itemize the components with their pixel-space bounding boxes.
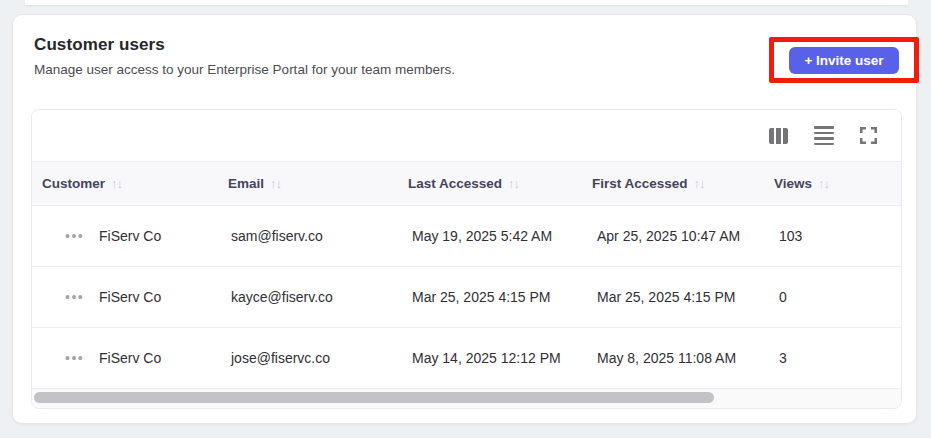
row-menu-icon[interactable]: ••• [65, 267, 84, 327]
cell-customer: FiServ Co [99, 267, 161, 327]
sort-icon[interactable]: ↑↓ [111, 176, 122, 191]
row-menu-icon[interactable]: ••• [65, 206, 84, 266]
column-header-views[interactable]: Views↑↓ [774, 162, 829, 205]
cell-views: 3 [779, 328, 787, 388]
cell-last-accessed: May 19, 2025 5:42 AM [412, 206, 552, 266]
cell-email: sam@fiserv.co [231, 206, 323, 266]
table-body: ••• FiServ Co sam@fiserv.co May 19, 2025… [32, 206, 901, 389]
sort-icon[interactable]: ↑↓ [508, 176, 519, 191]
invite-user-button[interactable]: + Invite user [789, 47, 898, 74]
density-icon-glyph [814, 126, 834, 145]
column-header-customer[interactable]: Customer↑↓ [42, 162, 122, 205]
cell-email: jose@fiservc.co [231, 328, 330, 388]
cell-customer: FiServ Co [99, 206, 161, 266]
column-header-label: Customer [42, 176, 105, 191]
column-header-label: Last Accessed [408, 176, 502, 191]
cell-first-accessed: May 8, 2025 11:08 AM [597, 328, 736, 388]
annotation-highlight-box: + Invite user [769, 37, 919, 83]
cell-email: kayce@fiserv.co [231, 267, 333, 327]
sort-icon[interactable]: ↑↓ [270, 176, 281, 191]
previous-card-edge [25, 0, 908, 5]
page-subtitle: Manage user access to your Enterprise Po… [34, 62, 455, 77]
cell-views: 103 [779, 206, 802, 266]
column-header-first-accessed[interactable]: First Accessed↑↓ [592, 162, 705, 205]
cell-first-accessed: Mar 25, 2025 4:15 PM [597, 267, 736, 327]
horizontal-scrollbar-track[interactable] [32, 389, 901, 409]
cell-last-accessed: Mar 25, 2025 4:15 PM [412, 267, 551, 327]
table-row[interactable]: ••• FiServ Co sam@fiserv.co May 19, 2025… [32, 206, 901, 267]
sort-icon[interactable]: ↑↓ [694, 176, 705, 191]
columns-icon[interactable] [769, 128, 788, 144]
table-row[interactable]: ••• FiServ Co jose@fiservc.co May 14, 20… [32, 328, 901, 389]
cell-views: 0 [779, 267, 787, 327]
page-title: Customer users [34, 35, 165, 55]
column-header-label: Email [228, 176, 264, 191]
table-header-row: Customer↑↓ Email↑↓ Last Accessed↑↓ First… [32, 161, 901, 206]
users-table: Customer↑↓ Email↑↓ Last Accessed↑↓ First… [31, 109, 902, 409]
fullscreen-icon-glyph [860, 127, 877, 144]
column-header-label: Views [774, 176, 812, 191]
horizontal-scrollbar-thumb[interactable] [34, 392, 714, 403]
column-header-last-accessed[interactable]: Last Accessed↑↓ [408, 162, 519, 205]
column-header-label: First Accessed [592, 176, 688, 191]
table-row[interactable]: ••• FiServ Co kayce@fiserv.co Mar 25, 20… [32, 267, 901, 328]
fullscreen-icon[interactable] [860, 127, 877, 144]
cell-last-accessed: May 14, 2025 12:12 PM [412, 328, 561, 388]
cell-customer: FiServ Co [99, 328, 161, 388]
density-icon[interactable] [814, 126, 834, 145]
sort-icon[interactable]: ↑↓ [818, 176, 829, 191]
cell-first-accessed: Apr 25, 2025 10:47 AM [597, 206, 740, 266]
customer-users-card: Customer users Manage user access to you… [12, 14, 917, 424]
row-menu-icon[interactable]: ••• [65, 328, 84, 388]
column-header-email[interactable]: Email↑↓ [228, 162, 281, 205]
columns-icon-glyph [769, 128, 788, 144]
table-toolbar [32, 110, 901, 161]
